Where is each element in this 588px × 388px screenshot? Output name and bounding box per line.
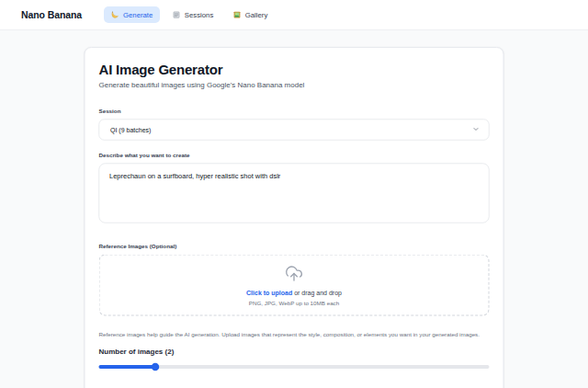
page-subtitle: Generate beautiful images using Google's… [99, 81, 490, 89]
tab-sessions[interactable]: Sessions [165, 6, 220, 23]
nav-tabs: Generate Sessions [104, 6, 275, 23]
prompt-label: Describe what you want to create [99, 153, 490, 159]
upload-link[interactable]: Click to upload [246, 289, 292, 296]
cloud-upload-icon [285, 264, 303, 284]
slider-fill [99, 365, 156, 369]
brand: Nano Banana [21, 9, 82, 20]
page-title: AI Image Generator [99, 62, 490, 77]
reference-images-label: Reference Images (Optional) [99, 244, 490, 250]
upload-formats: PNG, JPG, WebP up to 10MB each [249, 300, 339, 306]
top-nav: Nano Banana Generate Ses [0, 0, 588, 30]
chevron-down-icon [472, 125, 480, 134]
tab-generate-label: Generate [123, 11, 153, 19]
banana-icon [111, 11, 119, 19]
session-label: Session [99, 108, 490, 115]
notepad-icon [172, 11, 180, 19]
session-select[interactable]: QI (9 batches) [99, 120, 490, 141]
slider-thumb[interactable] [152, 363, 160, 371]
upload-suffix: or drag and drop [292, 289, 342, 296]
tab-gallery[interactable]: Gallery [226, 6, 275, 23]
prompt-input[interactable]: Leprechaun on a surfboard, hyper realist… [99, 164, 490, 223]
session-select-value: QI (9 batches) [110, 126, 151, 133]
num-images-slider[interactable] [99, 363, 490, 371]
tab-sessions-label: Sessions [185, 11, 213, 19]
upload-dropzone[interactable]: Click to upload or drag and drop PNG, JP… [99, 255, 490, 316]
num-images-label: Number of images (2) [99, 348, 490, 356]
session-field: Session QI (9 batches) [99, 108, 490, 141]
tab-gallery-label: Gallery [245, 11, 268, 19]
num-images-field: Number of images (2) [99, 348, 490, 371]
generator-card: AI Image Generator Generate beautiful im… [85, 47, 504, 388]
page: Nano Banana Generate Ses [0, 0, 588, 388]
tab-generate[interactable]: Generate [104, 6, 160, 23]
reference-images-field: Reference Images (Optional) Click to upl… [99, 244, 490, 340]
reference-help-text: Reference images help guide the AI gener… [99, 329, 490, 340]
framed-picture-icon [232, 11, 241, 19]
upload-instructions: Click to upload or drag and drop [246, 289, 342, 296]
prompt-field: Describe what you want to create Leprech… [99, 153, 490, 223]
